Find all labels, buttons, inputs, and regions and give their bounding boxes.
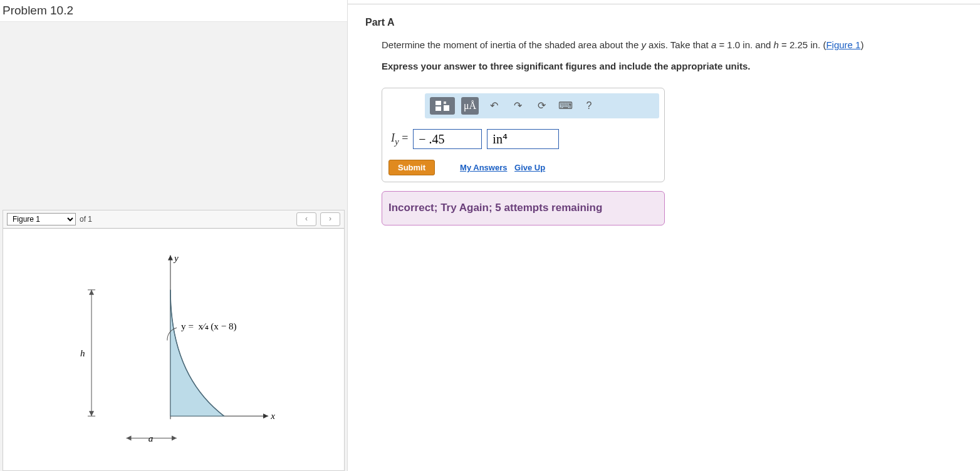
feedback-message: Incorrect; Try Again; 5 attempts remaini…: [382, 191, 665, 225]
figure-link[interactable]: Figure 1: [826, 39, 860, 50]
redo-button[interactable]: ↷: [509, 97, 526, 115]
question-block: Determine the moment of inertia of the s…: [382, 37, 962, 225]
units-button[interactable]: μÅ: [461, 97, 479, 115]
left-panel: Problem 10.2 Figure 1 of 1 ‹ ›: [0, 0, 348, 471]
svg-marker-7: [89, 290, 94, 295]
curve-equation: y = x⁄₄ (x − 8): [181, 321, 237, 332]
figure-header: Figure 1 of 1 ‹ ›: [3, 210, 344, 229]
submit-button[interactable]: Submit: [388, 160, 435, 175]
svg-rect-14: [444, 101, 446, 104]
figure-prev-button[interactable]: ‹: [296, 212, 316, 226]
svg-marker-3: [168, 255, 173, 260]
problem-title: Problem 10.2: [0, 0, 347, 22]
figure-panel: Figure 1 of 1 ‹ ›: [3, 210, 345, 471]
fraction-template-icon: [434, 100, 451, 112]
svg-marker-1: [263, 413, 268, 418]
my-answers-link[interactable]: My Answers: [460, 163, 507, 172]
question-text: Determine the moment of inertia of the s…: [382, 37, 962, 53]
answer-box: μÅ ↶ ↷ ⟳ ⌨ ? Iy =: [382, 88, 665, 182]
right-panel: Part A Determine the moment of inertia o…: [348, 0, 980, 471]
svg-marker-8: [89, 411, 94, 416]
help-button[interactable]: ?: [580, 97, 598, 115]
reset-button[interactable]: ⟳: [533, 97, 550, 115]
answer-unit-input[interactable]: [487, 129, 559, 149]
figure-next-button[interactable]: ›: [320, 212, 340, 226]
figure-selector[interactable]: Figure 1: [7, 213, 76, 225]
undo-button[interactable]: ↶: [485, 97, 503, 115]
svg-marker-11: [172, 436, 177, 441]
figure-body: y x h a y = x⁄₄ (x − 8): [3, 229, 344, 471]
axis-label-x: x: [270, 411, 275, 421]
svg-rect-13: [435, 106, 441, 111]
svg-rect-12: [435, 101, 441, 105]
part-title: Part A: [365, 17, 962, 28]
templates-button[interactable]: [430, 97, 455, 115]
keyboard-button[interactable]: ⌨: [556, 97, 574, 115]
submit-links: My Answers Give Up: [460, 161, 550, 175]
give-up-link[interactable]: Give Up: [514, 163, 545, 172]
answer-variable-label: Iy =: [391, 128, 408, 150]
dim-label-h: h: [80, 348, 85, 358]
answer-row: Iy =: [391, 128, 659, 150]
answer-instruction: Express your answer to three significant…: [382, 58, 962, 75]
answer-toolbar: μÅ ↶ ↷ ⟳ ⌨ ?: [425, 93, 659, 118]
dim-label-a: a: [149, 433, 154, 443]
figure-diagram: y x h a y = x⁄₄ (x − 8): [3, 229, 344, 471]
answer-value-input[interactable]: [413, 129, 482, 149]
svg-marker-10: [126, 436, 131, 441]
figure-count-label: of 1: [80, 215, 92, 224]
axis-label-y: y: [173, 253, 179, 263]
svg-rect-15: [444, 105, 449, 111]
submit-row: Submit My Answers Give Up: [388, 160, 659, 175]
